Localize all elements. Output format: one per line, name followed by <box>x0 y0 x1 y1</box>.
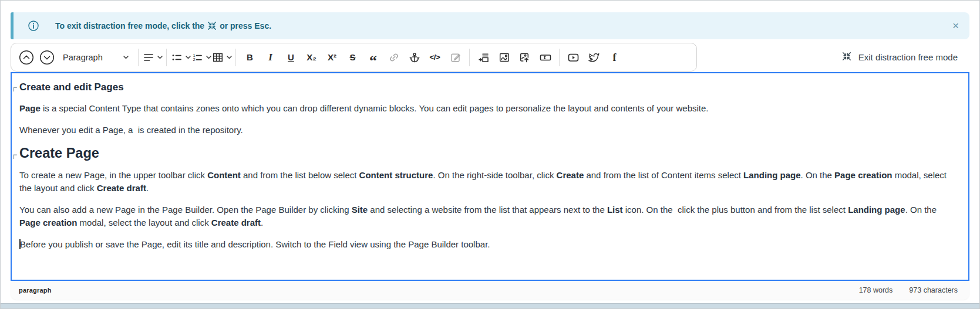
page-background-strip <box>1 303 979 308</box>
word-count: 178 words <box>859 286 893 294</box>
toolbar-divider <box>559 49 560 66</box>
paragraph-style-dropdown[interactable]: Paragraph <box>58 47 133 68</box>
heading-marker-icon <box>13 147 18 163</box>
superscript-button[interactable]: X² <box>322 47 342 68</box>
collapse-down-button[interactable] <box>36 47 57 68</box>
underline-icon: U <box>288 53 294 62</box>
twitter-embed-button[interactable] <box>584 47 604 68</box>
block-quote-button[interactable]: “ <box>363 47 383 68</box>
banner-message: To exit distraction free mode, click the… <box>55 21 271 31</box>
info-icon <box>28 20 39 32</box>
editor-paragraph[interactable]: To create a new Page, in the upper toolb… <box>19 169 960 195</box>
numbered-list-button[interactable]: 1 2 <box>191 47 211 68</box>
toolbar-divider <box>138 49 139 66</box>
insert-image-button[interactable] <box>494 47 514 68</box>
input-field-button[interactable] <box>535 47 555 68</box>
insert-table-button[interactable] <box>211 47 232 68</box>
youtube-icon <box>567 52 580 63</box>
toolbar-divider <box>235 49 236 66</box>
editor-status-bar: paragraph 178 words 973 characters <box>11 281 969 300</box>
text-alignment-button[interactable] <box>142 47 163 68</box>
facebook-embed-button[interactable]: f <box>604 47 625 68</box>
word-character-counts: 178 words 973 characters <box>859 286 958 294</box>
facebook-icon: f <box>613 52 617 63</box>
youtube-embed-button[interactable] <box>563 47 584 68</box>
chevron-down-icon <box>227 56 232 59</box>
editor-toolbar: Paragraph <box>11 43 697 72</box>
block-quote-icon: “ <box>369 52 377 63</box>
source-edit-button[interactable] <box>445 47 466 68</box>
bulleted-list-button[interactable] <box>170 47 191 68</box>
strikethrough-icon: S <box>349 53 355 62</box>
anchor-button[interactable] <box>404 47 425 68</box>
subscript-icon: X₂ <box>307 53 316 62</box>
chevron-down-icon <box>206 56 211 59</box>
editor-paragraph[interactable]: Page is a special Content Type that cont… <box>19 102 960 115</box>
code-block-button[interactable]: </> <box>425 47 445 68</box>
link-button[interactable] <box>383 47 404 68</box>
exit-hint-banner: To exit distraction free mode, click the… <box>11 12 969 39</box>
chevron-down-icon <box>157 56 163 59</box>
editor-paragraph[interactable]: Whenever you edit a Page, a is created i… <box>19 124 960 137</box>
compress-icon <box>207 21 217 31</box>
toolbar-divider <box>469 49 470 66</box>
toolbar-row: Paragraph <box>11 43 969 72</box>
collapse-up-button[interactable] <box>16 47 36 68</box>
bold-icon: B <box>247 53 253 62</box>
editor-heading[interactable]: Create Page <box>19 145 960 161</box>
image-upload-icon <box>519 52 531 63</box>
current-block-type: paragraph <box>19 287 52 294</box>
anchor-icon <box>409 52 420 63</box>
code-block-icon: </> <box>429 53 440 62</box>
edit-box-icon <box>450 52 462 63</box>
image-icon <box>499 52 510 63</box>
bold-button[interactable]: B <box>240 47 260 68</box>
banner-close-button[interactable]: × <box>952 12 959 39</box>
upload-image-button[interactable] <box>514 47 535 68</box>
chevron-down-icon <box>186 56 191 59</box>
character-count: 973 characters <box>909 286 958 294</box>
insert-block-button[interactable] <box>473 47 494 68</box>
italic-icon: I <box>268 52 272 62</box>
editor-paragraph[interactable]: You can also add a new Page in the Page … <box>19 203 960 229</box>
subscript-button[interactable]: X₂ <box>301 47 322 68</box>
exit-distraction-free-label: Exit distraction free mode <box>858 52 958 62</box>
twitter-icon <box>588 52 600 63</box>
distraction-free-editor-screen: To exit distraction free mode, click the… <box>0 0 980 309</box>
editor-heading[interactable]: Create and edit Pages <box>19 82 960 93</box>
compress-icon <box>841 51 852 63</box>
editor-paragraph[interactable]: Before you publish or save the Page, edi… <box>19 238 960 251</box>
insert-block-icon <box>478 52 490 63</box>
exit-distraction-free-button[interactable]: Exit distraction free mode <box>841 51 958 63</box>
editor-content[interactable]: Create and edit PagesPage is a special C… <box>11 72 969 281</box>
chevron-down-icon <box>123 56 129 59</box>
input-field-icon <box>539 52 552 63</box>
toolbar-divider <box>166 49 167 66</box>
heading-marker-icon <box>13 83 18 95</box>
paragraph-style-label: Paragraph <box>63 53 103 62</box>
underline-button[interactable]: U <box>281 47 301 68</box>
superscript-icon: X² <box>328 53 336 62</box>
link-icon <box>388 52 400 63</box>
strikethrough-button[interactable]: S <box>342 47 363 68</box>
italic-button[interactable]: I <box>260 47 281 68</box>
svg-text:2: 2 <box>193 57 195 62</box>
